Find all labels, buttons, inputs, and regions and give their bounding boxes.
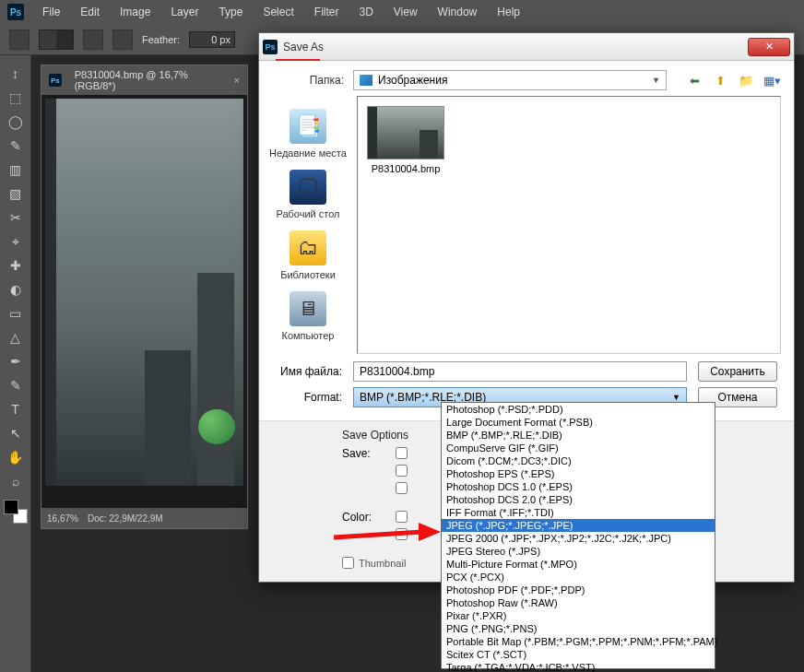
zoom-tool[interactable]: ⌕	[5, 470, 27, 492]
file-list[interactable]: P8310004.bmp	[357, 96, 781, 354]
menu-help[interactable]: Help	[488, 2, 529, 22]
format-option[interactable]: JPEG 2000 (*.JPF;*.JPX;*.JP2;*.J2C;*.J2K…	[442, 532, 715, 545]
libraries-icon: 🗂	[290, 230, 326, 265]
lasso-tool[interactable]: ◯	[5, 111, 27, 133]
close-button[interactable]: ✕	[748, 38, 790, 56]
format-option[interactable]: Multi-Picture Format (*.MPO)	[442, 558, 715, 571]
save-check-3[interactable]	[396, 482, 408, 494]
history-tool[interactable]: ◐	[5, 278, 27, 301]
file-item[interactable]: P8310004.bmp	[367, 106, 444, 174]
eyedropper-tool[interactable]: ▧	[5, 183, 27, 205]
folder-combo[interactable]: Изображения ▼	[353, 70, 667, 90]
crop-tool[interactable]: ▥	[5, 159, 27, 181]
dialog-titlebar[interactable]: Ps Save As ✕	[259, 33, 794, 61]
format-option[interactable]: JPEG Stereo (*.JPS)	[442, 545, 715, 558]
format-option[interactable]: CompuServe GIF (*.GIF)	[442, 442, 715, 454]
menu-file[interactable]: File	[33, 2, 69, 22]
chevron-down-icon: ▼	[672, 393, 680, 402]
menu-edit[interactable]: Edit	[71, 2, 109, 22]
tool-palette: ↕ ⬚ ◯ ✎ ▥ ▧ ✂ ⌖ ✚ ◐ ▭ △ ✒ ✎ T ↖ ✋ ⌕	[0, 55, 31, 672]
place-libraries[interactable]: 🗂 Библиотеки	[277, 227, 339, 284]
heal-tool[interactable]: ✂	[5, 206, 27, 229]
color-check-1[interactable]	[396, 511, 408, 523]
doc-size: Doc: 22,9M/22,9M	[88, 513, 163, 524]
place-desktop[interactable]: 🖵 Рабочий стол	[272, 166, 343, 223]
save-check-1[interactable]	[396, 447, 408, 459]
menu-image[interactable]: Image	[111, 2, 160, 22]
feather-label: Feather:	[142, 34, 180, 45]
folder-value: Изображения	[378, 74, 447, 87]
menu-filter[interactable]: Filter	[305, 2, 349, 22]
format-option[interactable]: PNG (*.PNG;*.PNS)	[442, 622, 715, 635]
filename-input[interactable]	[353, 361, 687, 382]
zoom-level[interactable]: 16,67%	[47, 513, 78, 524]
close-doc-icon[interactable]: ×	[234, 75, 240, 86]
opt-icon-3[interactable]	[112, 29, 133, 50]
format-option[interactable]: Targa (*.TGA;*.VDA;*.ICB;*.VST)	[442, 661, 715, 672]
view-menu-button[interactable]: ▦▾	[763, 71, 781, 89]
format-option[interactable]: Photoshop EPS (*.EPS)	[442, 467, 715, 480]
format-option[interactable]: Photoshop DCS 1.0 (*.EPS)	[442, 480, 715, 493]
dialog-ps-icon: Ps	[263, 40, 278, 54]
recent-icon: 📑	[290, 109, 326, 144]
up-button[interactable]: ⬆	[711, 71, 729, 89]
format-option[interactable]: Portable Bit Map (*.PBM;*.PGM;*.PPM;*.PN…	[442, 635, 715, 648]
opt-icon-2[interactable]	[83, 29, 103, 50]
color-picker[interactable]	[4, 500, 28, 524]
filename-label: Имя файла:	[272, 365, 342, 378]
format-option[interactable]: Dicom (*.DCM;*.DC3;*.DIC)	[442, 454, 715, 467]
menu-window[interactable]: Window	[429, 2, 487, 22]
format-option[interactable]: Scitex CT (*.SCT)	[442, 648, 715, 661]
menu-3d[interactable]: 3D	[349, 2, 382, 22]
app-menubar: Ps File Edit Image Layer Type Select Fil…	[0, 0, 804, 24]
marquee-tool[interactable]: ⬚	[5, 87, 27, 109]
pen-tool[interactable]: ✎	[5, 374, 27, 396]
format-option[interactable]: Pixar (*.PXR)	[442, 609, 715, 622]
marquee-mode-icons[interactable]	[39, 29, 74, 50]
brush-tool[interactable]: ⌖	[5, 230, 27, 253]
format-option[interactable]: Photoshop DCS 2.0 (*.EPS)	[442, 493, 715, 506]
color-check-2[interactable]	[396, 528, 408, 540]
folder-label: Папка:	[272, 74, 344, 87]
format-option[interactable]: PCX (*.PCX)	[442, 571, 715, 584]
wand-tool[interactable]: ✎	[5, 135, 27, 157]
stamp-tool[interactable]: ✚	[5, 254, 27, 277]
format-option[interactable]: IFF Format (*.IFF;*.TDI)	[442, 506, 715, 519]
feather-input[interactable]	[189, 31, 235, 48]
tool-preset-icon[interactable]	[9, 29, 30, 50]
document-window: Ps P8310004.bmp @ 16,7% (RGB/8*) × 16,67…	[41, 65, 248, 529]
document-tab[interactable]: Ps P8310004.bmp @ 16,7% (RGB/8*) ×	[41, 65, 247, 95]
format-option[interactable]: Photoshop PDF (*.PDF;*.PDP)	[442, 584, 715, 596]
place-recent[interactable]: 📑 Недавние места	[266, 105, 350, 162]
dialog-title: Save As	[283, 41, 324, 53]
place-network[interactable]	[198, 409, 235, 448]
places-sidebar: 📑 Недавние места 🖵 Рабочий стол 🗂 Библио…	[259, 96, 357, 354]
annotation-underline	[276, 59, 320, 61]
gradient-tool[interactable]: △	[5, 326, 27, 348]
save-check-2[interactable]	[396, 465, 408, 477]
menu-view[interactable]: View	[384, 2, 427, 22]
document-statusbar: 16,67% Doc: 22,9M/22,9M	[41, 508, 247, 528]
menu-select[interactable]: Select	[254, 2, 302, 22]
format-option[interactable]: BMP (*.BMP;*.RLE;*.DIB)	[442, 429, 715, 442]
hand-tool[interactable]: ✋	[5, 446, 27, 468]
save-button[interactable]: Сохранить	[698, 361, 777, 382]
format-dropdown-list[interactable]: Photoshop (*.PSD;*.PDD)Large Document Fo…	[441, 402, 715, 669]
new-folder-button[interactable]: 📁	[737, 71, 755, 89]
blur-tool[interactable]: ✒	[5, 350, 27, 372]
format-option[interactable]: Large Document Format (*.PSB)	[442, 416, 715, 429]
menu-type[interactable]: Type	[209, 2, 252, 22]
pictures-icon	[360, 75, 372, 86]
format-option[interactable]: JPEG (*.JPG;*.JPEG;*.JPE)	[442, 519, 715, 532]
color-sub-label: Color:	[342, 511, 386, 524]
place-computer[interactable]: 🖥 Компьютер	[278, 288, 338, 345]
format-option[interactable]: Photoshop Raw (*.RAW)	[442, 596, 715, 609]
back-button[interactable]: ⬅	[685, 71, 704, 89]
type-tool[interactable]: T	[5, 398, 27, 420]
format-option[interactable]: Photoshop (*.PSD;*.PDD)	[442, 403, 715, 416]
move-tool[interactable]: ↕	[5, 63, 27, 85]
eraser-tool[interactable]: ▭	[5, 302, 27, 324]
menu-layer[interactable]: Layer	[161, 2, 207, 22]
computer-icon: 🖥	[290, 291, 326, 326]
path-tool[interactable]: ↖	[5, 422, 27, 444]
